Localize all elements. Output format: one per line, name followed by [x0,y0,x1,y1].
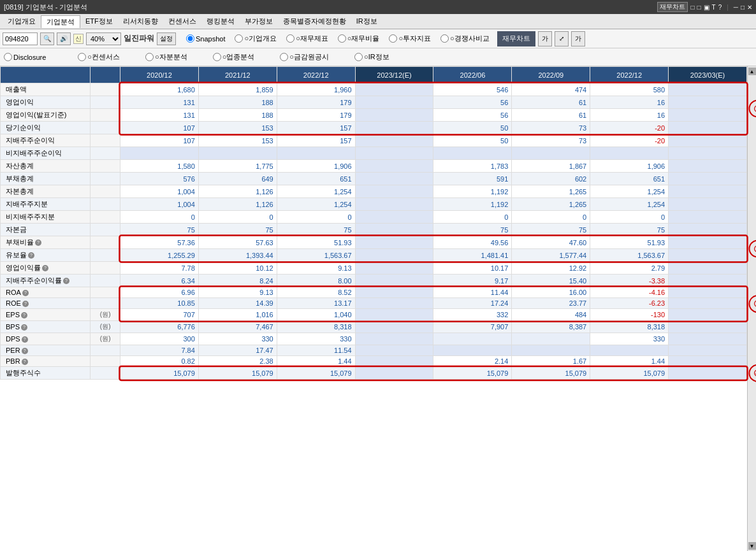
cell-r10-c6: 0 [590,211,669,224]
row-label-2: 영업이익(발표기준) [1,109,91,122]
radio-jaemubiyul[interactable]: ○재무비율 [338,34,380,43]
cell-r11-c2: 75 [277,224,355,236]
cell-r9-c3 [355,198,433,211]
cell-r19-c4: 7,907 [433,321,512,333]
radio-disclosure[interactable]: Disclosure [4,53,46,61]
radio-geumgam[interactable]: ○금감원공시 [280,52,329,62]
cell-r10-c7 [669,211,747,224]
radio-consensus[interactable]: ○컨센서스 [78,52,120,62]
jaemu-chart-button[interactable]: 재무차트 [497,31,535,47]
ctrl-btn2[interactable]: □ [697,4,701,11]
cell-r18-c2: 1,040 [277,309,355,321]
cell-r5-c7 [669,147,747,160]
menu-item-risearch[interactable]: 리서치동향 [118,15,163,27]
cell-r8-c6: 1,254 [590,185,669,198]
cell-r18-c7 [669,309,747,321]
row-label-0: 매출액 [1,83,91,96]
cell-r21-c0: 7.84 [120,345,198,356]
cell-r7-c2: 651 [277,173,355,185]
radio-jaemujepyo[interactable]: ○재무제표 [286,34,328,43]
cell-r17-c4: 17.24 [433,298,512,309]
arrow-expand-btn[interactable]: ⤢ [555,31,569,47]
header-2022: 2022/12 [277,67,355,83]
menu-item-ir[interactable]: IR정보 [351,15,382,27]
cell-r6-c5: 1,867 [512,160,590,173]
cell-r7-c4: 591 [433,173,512,185]
row-label-12: 부채비율? [1,236,91,249]
arrow-left-btn[interactable]: 가 [538,31,552,47]
row-label-14: 영업이익률? [1,262,91,275]
menu-item-giopbunseok[interactable]: 기업분석 [41,15,80,28]
ctrl-btn3[interactable]: ▣ [704,4,709,11]
radio-upjong[interactable]: ○업종분석 [213,52,255,62]
search-button[interactable]: 🔍 [40,32,54,45]
row-unit-8 [91,185,120,198]
cell-r15-c2: 8.00 [277,275,355,287]
row-label-18: EPS? [1,309,91,321]
cell-r23-c4: 15,079 [433,367,512,380]
close-btn[interactable]: ✕ [747,4,752,11]
cell-r18-c4: 332 [433,309,512,321]
cell-r13-c5: 1,577.44 [512,249,590,262]
scroll-down[interactable]: ▼ [748,542,756,550]
menu-item-etf[interactable]: ETF정보 [80,15,118,27]
cell-r5-c1 [198,147,277,160]
menu-item-ranking[interactable]: 랭킹분석 [201,15,240,27]
row-label-3: 당기순이익 [1,122,91,134]
cell-r14-c1: 10.12 [198,262,277,275]
radio-snapshot[interactable]: Snapshot [186,34,225,43]
menu-bar: 기업개요 기업분석 ETF정보 리서치동향 컨센서스 랭킹분석 부가정보 종목별… [0,14,756,29]
cell-r12-c5: 47.60 [512,236,590,249]
cell-r5-c2 [277,147,355,160]
menu-item-buga[interactable]: 부가정보 [240,15,278,27]
minimize-btn[interactable]: ─ [734,4,738,11]
cell-r7-c6: 651 [590,173,669,185]
cell-r8-c3 [355,185,433,198]
sound-button[interactable]: 🔊 [57,32,71,45]
row-unit-18: (원) [91,309,120,321]
ctrl-btn1[interactable]: □ [690,4,694,11]
radio-giopgaegyo[interactable]: ○기업개요 [235,34,277,43]
zoom-select[interactable]: 40%50%60%80%100% [86,32,121,45]
scrollbar[interactable]: ▲ ▼ [747,66,756,551]
radio-tuja[interactable]: ○투자지표 [389,34,431,43]
cell-r20-c6: 330 [590,333,669,345]
cell-r11-c5: 75 [512,224,590,236]
cell-r0-c4: 546 [433,83,512,96]
cell-r0-c2: 1,960 [277,83,355,96]
cell-r21-c2: 11.54 [277,345,355,356]
row-unit-17 [91,298,120,309]
jaemuchart-ctrl[interactable]: 재무차트 [657,2,688,12]
menu-item-giopgaegyo[interactable]: 기업개요 [3,15,41,27]
cell-r20-c4 [433,333,512,345]
radio-irjungbo[interactable]: ○IR정보 [354,52,389,62]
cell-r21-c1: 17.47 [198,345,277,356]
scroll-up[interactable]: ▲ [748,68,756,75]
row-unit-20: (원) [91,333,120,345]
cell-r15-c7 [669,275,747,287]
ctrl-btn4[interactable]: T [712,4,716,11]
cell-r17-c2: 13.17 [277,298,355,309]
cell-r12-c2: 51.93 [277,236,355,249]
row-label-19: BPS? [1,321,91,333]
cell-r16-c1: 9.13 [198,287,277,298]
radio-kyoungjang[interactable]: ○경쟁사비교 [440,34,490,43]
ctrl-help[interactable]: ? [718,4,722,11]
row-unit-5 [91,147,120,160]
cell-r23-c7 [669,367,747,380]
settings-button[interactable]: 설정 [157,32,176,45]
menu-item-jeungja[interactable]: 종목별증자예정현황 [278,15,351,27]
cell-r22-c1: 2.38 [198,356,277,367]
header-202212: 2022/12 [590,67,669,83]
menu-item-consensus[interactable]: 컨센서스 [163,15,201,27]
ticker-input[interactable] [3,32,38,45]
radio-jabun[interactable]: ○자분분석 [145,52,187,62]
row-unit-14 [91,262,120,275]
window-title: [0819] 기업분석 - 기업분석 [4,3,87,12]
cell-r14-c3 [355,262,433,275]
maximize-btn[interactable]: □ [741,4,745,11]
arrow-right-btn[interactable]: 가 [571,31,585,47]
cell-r20-c0: 300 [120,333,198,345]
cell-r13-c6: 1,563.67 [590,249,669,262]
cell-r23-c0: 15,079 [120,367,198,380]
